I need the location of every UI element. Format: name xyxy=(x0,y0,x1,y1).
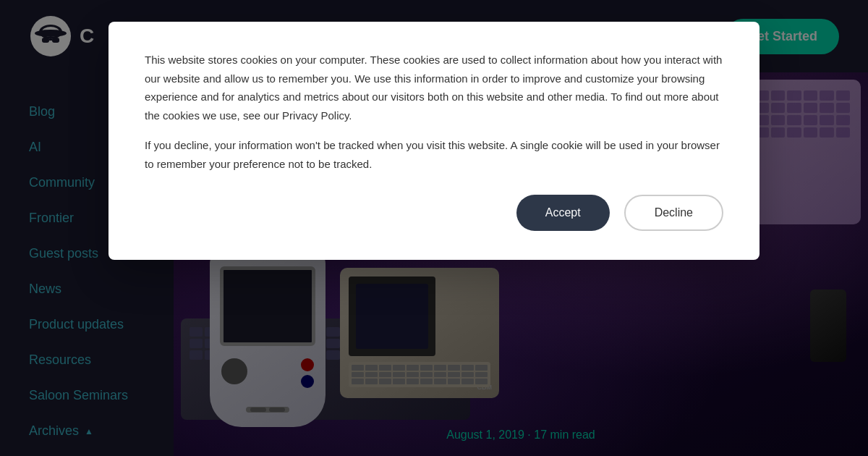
modal-overlay: This website stores cookies on your comp… xyxy=(0,0,868,456)
decline-button[interactable]: Decline xyxy=(624,195,723,231)
modal-buttons: Accept Decline xyxy=(145,195,723,231)
cookie-modal: This website stores cookies on your comp… xyxy=(109,22,760,260)
accept-button[interactable]: Accept xyxy=(516,195,610,231)
cookie-text-2: If you decline, your information won't b… xyxy=(145,136,723,173)
cookie-text-1: This website stores cookies on your comp… xyxy=(145,51,723,124)
